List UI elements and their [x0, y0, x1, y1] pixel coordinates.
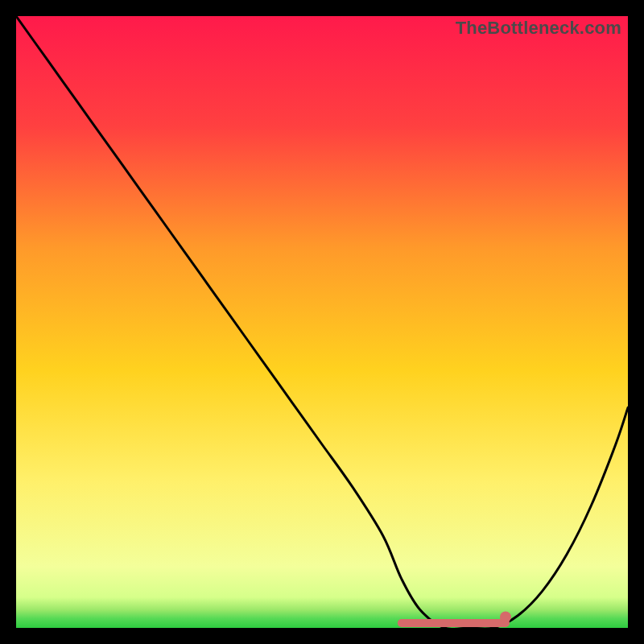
chart-stage: TheBottleneck.com — [0, 0, 644, 644]
plot-area: TheBottleneck.com — [16, 16, 628, 628]
bottleneck-curve — [16, 16, 628, 628]
curve-layer — [16, 16, 628, 628]
accent-point — [500, 611, 511, 622]
